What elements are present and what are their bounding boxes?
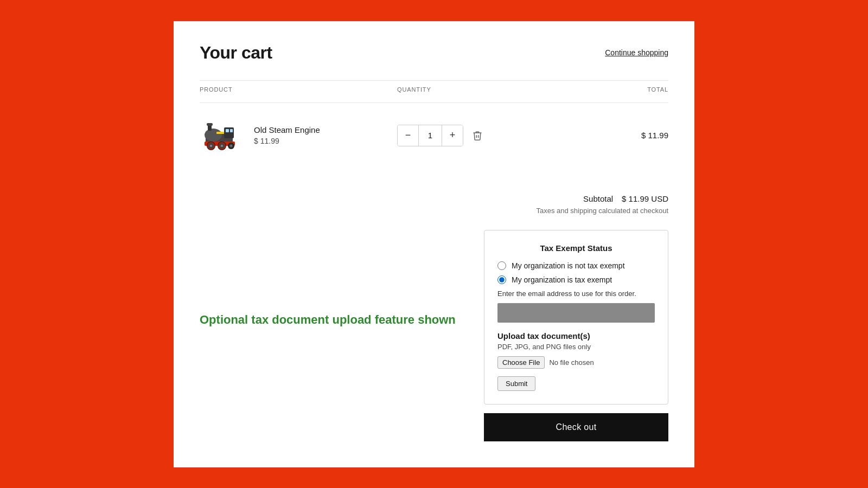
header-product: PRODUCT — [200, 86, 397, 93]
table-header: PRODUCT QUANTITY TOTAL — [200, 80, 668, 98]
cart-header: Your cart Continue shopping — [200, 43, 668, 63]
upload-note: PDF, JPG, and PNG files only — [497, 343, 655, 351]
email-input[interactable] — [497, 303, 655, 323]
radio-not-exempt-row: My organization is not tax exempt — [497, 261, 655, 270]
checkout-button[interactable]: Check out — [484, 413, 668, 441]
product-cell: Old Steam Engine $ 11.99 — [200, 114, 397, 157]
svg-rect-6 — [226, 129, 229, 132]
submit-button[interactable]: Submit — [497, 376, 535, 391]
radio-not-exempt[interactable] — [497, 261, 506, 270]
product-info: Old Steam Engine $ 11.99 — [254, 125, 320, 145]
email-instruction: Enter the email address to use for this … — [497, 290, 655, 298]
table-row: Old Steam Engine $ 11.99 − + — [200, 102, 668, 168]
upload-title: Upload tax document(s) — [497, 331, 655, 341]
trash-icon — [472, 130, 483, 141]
quantity-input[interactable] — [418, 125, 442, 146]
tax-exempt-box: Tax Exempt Status My organization is not… — [484, 230, 668, 404]
radio-not-exempt-label: My organization is not tax exempt — [512, 261, 625, 270]
file-input-row: Choose File No file chosen — [497, 356, 655, 369]
subtotal-label: Subtotal — [583, 194, 613, 203]
line-total: $ 11.99 — [560, 131, 668, 140]
no-file-label: No file chosen — [549, 358, 593, 367]
increase-quantity-button[interactable]: + — [442, 125, 463, 146]
tax-note: Taxes and shipping calculated at checkou… — [536, 207, 668, 215]
header-quantity: QUANTITY — [397, 86, 560, 93]
product-image — [200, 114, 243, 157]
continue-shopping-link[interactable]: Continue shopping — [605, 48, 668, 57]
page-title: Your cart — [200, 43, 272, 63]
svg-rect-4 — [207, 123, 213, 126]
product-image-svg — [201, 118, 242, 153]
optional-feature-text: Optional tax document upload feature sho… — [200, 313, 456, 327]
svg-rect-7 — [230, 129, 233, 132]
remove-item-button[interactable] — [470, 128, 485, 143]
svg-rect-8 — [216, 132, 224, 134]
radio-is-exempt-row: My organization is tax exempt — [497, 275, 655, 284]
svg-point-11 — [210, 145, 212, 147]
subtotal-row: Subtotal $ 11.99 USD — [583, 194, 668, 203]
subtotal-value: $ 11.99 USD — [622, 194, 668, 203]
cart-page: Your cart Continue shopping PRODUCT QUAN… — [174, 21, 694, 467]
radio-is-exempt[interactable] — [497, 275, 506, 284]
product-name: Old Steam Engine — [254, 125, 320, 134]
header-total: TOTAL — [560, 86, 668, 93]
quantity-cell: − + — [397, 125, 560, 146]
product-unit-price: $ 11.99 — [254, 137, 320, 145]
svg-rect-1 — [224, 127, 234, 138]
radio-is-exempt-label: My organization is tax exempt — [512, 275, 612, 284]
svg-point-14 — [221, 145, 223, 147]
svg-point-17 — [230, 145, 232, 147]
decrease-quantity-button[interactable]: − — [398, 125, 418, 146]
svg-point-2 — [205, 129, 222, 142]
tax-exempt-title: Tax Exempt Status — [497, 243, 655, 253]
quantity-control: − + — [397, 125, 463, 146]
choose-file-button[interactable]: Choose File — [497, 356, 545, 369]
